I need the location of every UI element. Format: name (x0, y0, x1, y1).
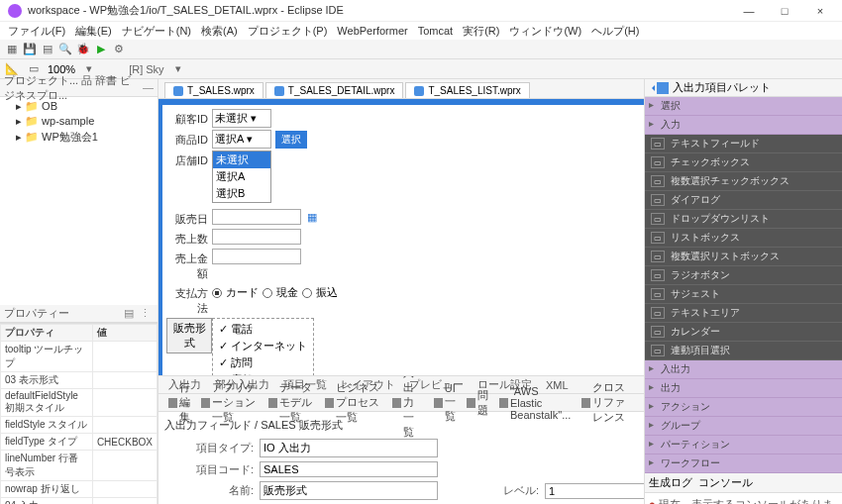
menu-item[interactable]: ファイル(F) (4, 23, 69, 40)
radio-icon[interactable] (212, 288, 222, 298)
menu-item[interactable]: ナビゲート(N) (118, 23, 195, 40)
palette-item[interactable]: ▭テキストエリア (645, 304, 842, 323)
store-id-listbox[interactable]: 未選択選択A選択B (212, 151, 271, 203)
close-button[interactable]: × (806, 2, 834, 20)
props-menu-icon[interactable]: ⋮ (140, 307, 154, 321)
maximize-button[interactable]: □ (771, 2, 798, 20)
palette-item[interactable]: ▭ドロップダウンリスト (645, 210, 842, 229)
prop-cell[interactable]: nowrap 折り返し (1, 481, 93, 498)
prop-cell[interactable] (92, 372, 157, 389)
f-level-label: レベル: (450, 483, 539, 498)
prop-cell[interactable]: tooltip ツールチップ (1, 342, 93, 372)
menu-item[interactable]: 検索(A) (197, 23, 242, 40)
prop-cell[interactable]: fieldStyle スタイル (1, 417, 93, 434)
prop-cell[interactable] (92, 417, 157, 434)
new-icon[interactable]: ▦ (4, 42, 20, 57)
customer-id-select[interactable]: 未選択 ▾ (212, 109, 271, 128)
menu-item[interactable]: プロジェクト(P) (244, 23, 332, 40)
palette-item[interactable]: ▭リストボックス (645, 229, 842, 248)
sky-dropdown-icon[interactable]: ▾ (170, 61, 186, 77)
prop-cell[interactable]: lineNumber 行番号表示 (1, 451, 93, 481)
product-id-select[interactable]: 選択A ▾ (212, 130, 271, 149)
f-type-input[interactable]: IO 入出力 (260, 439, 438, 457)
checkbox-item[interactable]: ✓店舗 (219, 371, 307, 376)
palette-item[interactable]: ▭サジェスト (645, 285, 842, 304)
listbox-option[interactable]: 選択B (213, 185, 270, 202)
nav-tabs: 行編集アプリケーション一覧データモデル一覧ビジネスプロセス一覧入出力一覧UI一覧… (158, 394, 644, 412)
menu-item[interactable]: ヘルプ(H) (587, 23, 643, 40)
sale-date-label: 販売日 (166, 209, 212, 227)
save-all-icon[interactable]: ▤ (40, 42, 55, 57)
sale-date-input[interactable] (212, 209, 301, 225)
search-icon[interactable]: 🔍 (57, 42, 73, 57)
menu-item[interactable]: Tomcat (414, 24, 457, 38)
prop-cell[interactable] (92, 498, 157, 505)
amount-input[interactable] (212, 249, 301, 264)
palette-item[interactable]: ▭連動項目選択 (645, 342, 842, 360)
salestype-label: 販売形式 (166, 318, 212, 353)
prop-cell[interactable] (92, 342, 157, 372)
palette-category[interactable]: アクション (645, 398, 842, 417)
editor-tab[interactable]: T_SALES_DETAIL.wprx (265, 82, 404, 98)
console-tabs: 生成ログ コンソール (645, 473, 842, 493)
palette-icon (657, 82, 669, 94)
debug-icon[interactable]: 🐞 (75, 42, 91, 57)
palette-item[interactable]: ▭複数選択チェックボックス (645, 172, 842, 191)
palette-item[interactable]: ▭複数選択リストボックス (645, 248, 842, 266)
prop-cell[interactable]: fieldType タイプ (1, 434, 93, 451)
checkbox-item[interactable]: ✓訪問 (219, 354, 307, 371)
radio-icon[interactable] (263, 288, 272, 298)
palette-item[interactable]: ▭テキストフィールド (645, 135, 842, 153)
listbox-option[interactable]: 選択A (213, 168, 270, 185)
save-icon[interactable]: 💾 (22, 42, 38, 57)
run-icon[interactable]: ▶ (93, 42, 109, 57)
palette-category[interactable]: グループ (645, 417, 842, 436)
palette-item[interactable]: ▭ダイアログ (645, 191, 842, 210)
palette-item[interactable]: ▭ラジオボタン (645, 266, 842, 285)
genlog-tab[interactable]: 生成ログ (649, 475, 692, 490)
minimize-button[interactable]: — (735, 2, 763, 20)
prop-cell[interactable] (92, 481, 157, 498)
palette-category[interactable]: 入出力 (645, 360, 842, 379)
prop-cell[interactable] (92, 389, 157, 417)
console-tab[interactable]: コンソール (698, 475, 753, 490)
pay-radio-group[interactable]: カード現金振込 (212, 283, 640, 302)
product-select-button[interactable]: 選択 (275, 131, 307, 149)
f-level-input[interactable]: 1 (545, 483, 644, 499)
palette-category[interactable]: 選択 (645, 97, 842, 116)
listbox-option[interactable]: 未選択 (213, 151, 270, 168)
tree-item[interactable]: ▸ 📁 WP勉強会1 (2, 129, 156, 146)
palette-item[interactable]: ▭カレンダー (645, 323, 842, 342)
window-title: workspace - WP勉強会1/io/T_SALES_DETAIL.wpr… (28, 3, 735, 18)
palette-category[interactable]: パーティション (645, 436, 842, 454)
checkbox-item[interactable]: ✓インターネット (219, 338, 307, 354)
prop-cell[interactable]: 04 入力 (1, 498, 93, 505)
salestype-checkboxes[interactable]: ✓電話✓インターネット✓訪問✓店舗 (212, 318, 314, 376)
f-name-input[interactable]: 販売形式 (260, 481, 438, 500)
palette-item[interactable]: ▭チェックボックス (645, 153, 842, 172)
palette-category[interactable]: 入力 (645, 116, 842, 135)
tree-item[interactable]: ▸ 📁 wp-sample (2, 114, 156, 129)
f-code-input[interactable]: SALES (260, 461, 438, 477)
build-icon[interactable]: ⚙ (111, 42, 127, 57)
menu-item[interactable]: 編集(E) (71, 23, 116, 40)
radio-icon[interactable] (302, 288, 312, 298)
tree-item[interactable]: ▸ 📁 OB (2, 99, 156, 114)
prop-cell[interactable] (92, 451, 157, 481)
calendar-icon[interactable]: ▦ (307, 211, 317, 223)
props-icon[interactable]: ▤ (124, 307, 138, 321)
palette-category[interactable]: 出力 (645, 379, 842, 398)
editor-tab[interactable]: T_SALES.wprx (164, 82, 263, 98)
palette-category[interactable]: ワークフロー (645, 454, 842, 473)
menu-item[interactable]: ウィンドウ(W) (505, 23, 585, 40)
menu-item[interactable]: WebPerformer (333, 24, 411, 38)
prop-cell[interactable]: 03 表示形式 (1, 372, 93, 389)
editor-tab[interactable]: T_SALES_LIST.wprx (405, 82, 529, 98)
qty-input[interactable] (212, 229, 301, 245)
prop-cell[interactable]: defaultFieldStyle 初期スタイル (1, 389, 93, 417)
checkbox-item[interactable]: ✓電話 (219, 321, 307, 338)
explorer-minimize-icon[interactable]: — (143, 81, 154, 95)
menu-item[interactable]: 実行(R) (459, 23, 503, 40)
console-body: 現在、表示するコンソールがありません。 (645, 493, 842, 504)
prop-cell[interactable]: CHECKBOX (92, 434, 157, 451)
